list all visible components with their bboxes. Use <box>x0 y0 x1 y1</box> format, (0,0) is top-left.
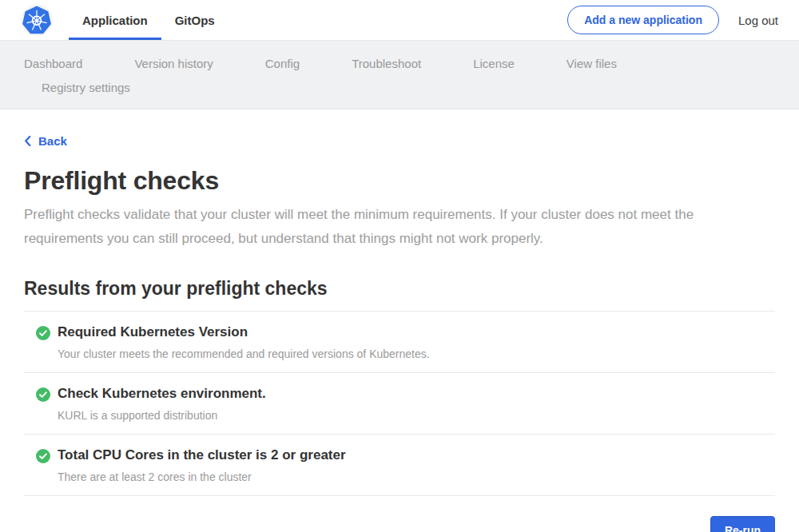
tab-gitops[interactable]: GitOps <box>161 0 229 40</box>
rerun-button[interactable]: Re-run <box>710 516 775 532</box>
check-row-kubernetes-environment: Check Kubernetes environment. KURL is a … <box>24 372 775 434</box>
check-description: Your cluster meets the recommended and r… <box>58 347 775 360</box>
primary-nav: Application GitOps <box>69 0 229 40</box>
results-heading: Results from your preflight checks <box>24 278 775 300</box>
check-circle-icon <box>36 387 50 402</box>
subnav-item-troubleshoot[interactable]: Troubleshoot <box>352 57 421 70</box>
check-title: Check Kubernetes environment. <box>58 386 775 402</box>
subnav-item-license[interactable]: License <box>473 57 515 70</box>
top-header: Application GitOps Add a new application… <box>0 0 799 41</box>
subnav-item-view-files[interactable]: View files <box>566 57 617 70</box>
check-title: Required Kubernetes Version <box>58 324 775 340</box>
add-application-button[interactable]: Add a new application <box>567 6 719 34</box>
subnav-item-version-history[interactable]: Version history <box>134 57 213 70</box>
check-row-cpu-cores: Total CPU Cores in the cluster is 2 or g… <box>24 434 775 495</box>
page-description: Preflight checks validate that your clus… <box>24 203 775 251</box>
check-circle-icon <box>36 449 50 463</box>
chevron-left-icon <box>24 136 31 146</box>
header-actions: Add a new application Log out <box>567 0 778 40</box>
subnav-item-registry-settings[interactable]: Registry settings <box>42 81 130 94</box>
kubernetes-logo <box>21 0 53 40</box>
check-row-kubernetes-version: Required Kubernetes Version Your cluster… <box>24 311 775 372</box>
logout-link[interactable]: Log out <box>738 14 778 27</box>
check-description: There are at least 2 cores in the cluste… <box>58 470 775 483</box>
back-link[interactable]: Back <box>24 134 67 148</box>
check-description: KURL is a supported distribution <box>58 409 775 422</box>
tab-application[interactable]: Application <box>69 0 161 40</box>
footer-actions: Re-run <box>24 516 775 532</box>
main-content: Back Preflight checks Preflight checks v… <box>0 109 799 532</box>
subnav-item-dashboard[interactable]: Dashboard <box>24 57 82 70</box>
back-label: Back <box>38 134 67 148</box>
app-subnav: Dashboard Version history Config Trouble… <box>0 41 799 109</box>
check-title: Total CPU Cores in the cluster is 2 or g… <box>58 447 775 463</box>
kubernetes-helm-icon <box>21 4 53 36</box>
subnav-item-config[interactable]: Config <box>265 57 300 70</box>
subnav-row-2: Registry settings <box>24 75 775 99</box>
preflight-check-list: Required Kubernetes Version Your cluster… <box>24 311 775 496</box>
page-title: Preflight checks <box>24 166 775 196</box>
subnav-row-1: Dashboard Version history Config Trouble… <box>24 51 775 75</box>
check-circle-icon <box>36 326 50 340</box>
